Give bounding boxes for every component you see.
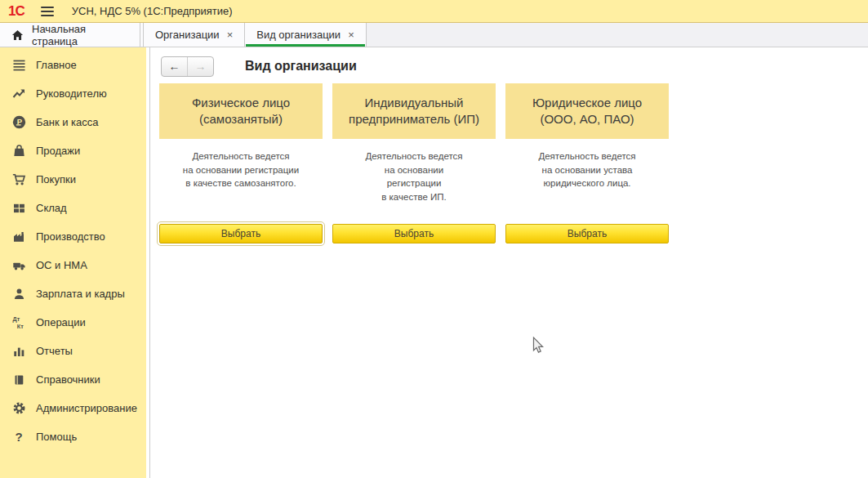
sidebar-item-zarplata-i-kadry[interactable]: Зарплата и кадры [0, 279, 146, 308]
close-icon[interactable]: × [227, 29, 234, 40]
tab-label: Вид организации [256, 29, 341, 41]
tab-label: Начальная страница [32, 23, 128, 47]
1c-logo: 1С [8, 4, 24, 18]
tab-organization-type[interactable]: Вид организации × [245, 23, 366, 47]
factory-icon [11, 230, 26, 243]
select-button-selfemployed[interactable]: Выбрать [159, 224, 323, 243]
sidebar-item-label: Покупки [36, 173, 76, 185]
close-icon[interactable]: × [348, 29, 354, 40]
select-button-legal-entity[interactable]: Выбрать [505, 224, 669, 243]
ruble-circle-icon: Р [11, 115, 26, 129]
sidebar-item-label: Продажи [36, 145, 80, 157]
option-description: Деятельность ведется на основании регист… [332, 150, 496, 221]
sidebar-item-bank-i-kassa[interactable]: Р Банк и касса [0, 108, 146, 136]
back-button[interactable]: ← [162, 57, 188, 76]
body: Главное Руководителю Р Банк и касса Прод… [0, 47, 868, 478]
shopping-bag-icon [11, 144, 26, 158]
page-title: Вид организации [245, 59, 357, 74]
sidebar-item-label: Операции [36, 316, 86, 328]
trend-up-icon [11, 87, 26, 101]
sidebar-item-label: Склад [36, 202, 67, 214]
sidebar-item-administrirovanie[interactable]: Администрирование [0, 394, 146, 422]
title-bar: 1С УСН, НДС 5% (1С:Предприятие) [0, 0, 868, 23]
gear-icon [11, 401, 26, 415]
main-menu-icon[interactable] [41, 7, 54, 16]
sidebar-item-label: Помощь [36, 431, 77, 443]
forward-button[interactable]: → [188, 57, 213, 76]
home-icon [11, 29, 24, 41]
sidebar-item-label: ОС и НМА [36, 259, 87, 271]
debit-credit-icon: ДтКт [11, 315, 26, 329]
person-icon [11, 287, 26, 301]
truck-icon [11, 258, 26, 272]
sidebar-item-operacii[interactable]: ДтКт Операции [0, 308, 146, 337]
history-nav-group: ← → [161, 56, 214, 77]
sidebar: Главное Руководителю Р Банк и касса Прод… [0, 47, 146, 478]
shopping-cart-icon [11, 172, 26, 186]
tab-bar: Начальная страница Организации × Вид орг… [0, 23, 868, 47]
option-description: Деятельность ведется на основании регист… [159, 150, 323, 221]
sidebar-item-otchety[interactable]: Отчеты [0, 337, 146, 365]
option-legal-entity: Юридическое лицо (ООО, АО, ПАО) Деятельн… [505, 83, 669, 243]
active-tab-indicator [246, 44, 364, 47]
svg-text:Кт: Кт [16, 323, 23, 329]
sidebar-item-os-i-nma[interactable]: ОС и НМА [0, 251, 146, 279]
main-content: ← → Вид организации Физическое лицо (сам… [150, 47, 868, 478]
sidebar-item-label: Справочники [36, 373, 100, 386]
books-icon [11, 373, 26, 386]
window-title: УСН, НДС 5% (1С:Предприятие) [72, 5, 233, 17]
sidebar-item-spravochniki[interactable]: Справочники [0, 365, 146, 394]
select-button-entrepreneur[interactable]: Выбрать [332, 224, 496, 243]
option-individual-entrepreneur: Индивидуальный предприниматель (ИП) Деят… [332, 83, 496, 243]
option-description: Деятельность ведется на основании устава… [505, 150, 669, 221]
sidebar-item-pomosch[interactable]: ? Помощь [0, 422, 146, 451]
menu-lines-icon [11, 58, 26, 72]
option-title-card: Физическое лицо (самозанятый) [159, 83, 323, 139]
tab-home[interactable]: Начальная страница [0, 23, 140, 47]
sidebar-item-label: Банк и касса [36, 116, 99, 128]
sidebar-item-label: Отчеты [36, 345, 73, 357]
option-individual-selfemployed: Физическое лицо (самозанятый) Деятельнос… [159, 83, 323, 243]
sidebar-item-label: Производство [36, 230, 105, 243]
sidebar-item-glavnoe[interactable]: Главное [0, 51, 146, 79]
sidebar-item-pokupki[interactable]: Покупки [0, 165, 146, 194]
navigation-toolbar: ← → Вид организации [161, 56, 868, 77]
organization-type-options: Физическое лицо (самозанятый) Деятельнос… [159, 83, 868, 243]
tab-label: Организации [155, 29, 220, 41]
tab-organizations[interactable]: Организации × [144, 23, 245, 47]
sidebar-item-prodazhi[interactable]: Продажи [0, 136, 146, 165]
sidebar-item-label: Администрирование [36, 402, 137, 414]
sidebar-item-label: Руководителю [36, 87, 107, 100]
option-title-card: Индивидуальный предприниматель (ИП) [332, 83, 496, 139]
warehouse-icon [11, 201, 26, 215]
question-icon: ? [11, 430, 26, 444]
sidebar-item-proizvodstvo[interactable]: Производство [0, 222, 146, 251]
bar-chart-icon [11, 344, 26, 358]
sidebar-item-rukovoditelyu[interactable]: Руководителю [0, 79, 146, 108]
sidebar-item-label: Зарплата и кадры [36, 288, 125, 300]
option-title-card: Юридическое лицо (ООО, АО, ПАО) [505, 83, 669, 139]
sidebar-item-sklad[interactable]: Склад [0, 194, 146, 222]
app-window: { "window": { "logo": "1С", "title": "УС… [0, 0, 868, 478]
sidebar-item-label: Главное [36, 59, 77, 71]
